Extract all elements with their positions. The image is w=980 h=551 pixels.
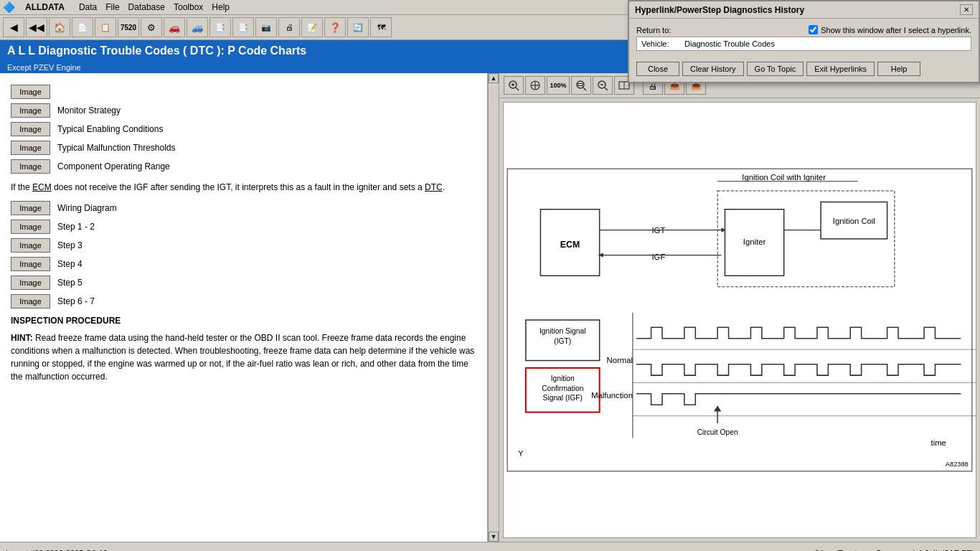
enabling-conditions-label: Typical Enabling Conditions (57, 124, 163, 134)
step3-label: Step 3 (57, 240, 83, 250)
page-title: A L L Diagnostic Trouble Codes ( DTC ): … (7, 44, 306, 57)
step4-label: Step 4 (57, 259, 83, 269)
left-panel-scrollbar[interactable]: ▲ ▼ (488, 73, 499, 542)
step6-7-btn[interactable]: Image (11, 294, 50, 309)
menu-toolbox[interactable]: Toolbox (174, 2, 203, 12)
doc2-btn[interactable]: 📑 (232, 17, 254, 37)
pan-btn[interactable] (525, 76, 545, 95)
malfunction-thresholds-label: Typical Malfunction Thresholds (57, 143, 176, 153)
note-btn[interactable]: 📝 (301, 17, 323, 37)
igf-signal-label-3: Signal (IGF) (543, 394, 583, 402)
step5-label: Step 5 (57, 278, 83, 288)
dialog-vehicle-row: Vehicle: Diagnostic Trouble Codes (636, 37, 971, 51)
image-row-5: Image Component Operating Range (11, 159, 476, 174)
dialog-close-btn[interactable]: Close (636, 62, 679, 76)
page-subtitle: Except PZEV Engine (7, 63, 81, 72)
wiring-diagram-row: Image Wiring Diagram (11, 201, 476, 215)
image-row-2: Image Monitor Strategy (11, 103, 476, 118)
menu-data[interactable]: Data (79, 2, 97, 12)
operating-range-label: Component Operating Range (57, 161, 170, 171)
dialog-help-btn[interactable]: Help (877, 62, 920, 76)
step3-btn[interactable]: Image (11, 238, 50, 253)
step4-row: Image Step 4 (11, 257, 476, 271)
help-btn[interactable]: ❓ (324, 17, 346, 37)
map-btn[interactable]: 🗺 (370, 17, 392, 37)
igt-signal-label-2: (IGT) (554, 337, 571, 345)
app-icon: 🔷 (3, 1, 15, 13)
scroll-up-btn[interactable]: ▲ (489, 73, 499, 83)
image-row-3: Image Typical Enabling Conditions (11, 122, 476, 136)
diagram-area: Ignition Coil with Igniter ECM IGT IGF (503, 102, 976, 538)
image-row-1: Image (11, 85, 476, 99)
time-label: time (931, 438, 946, 447)
image-btn-1[interactable]: Image (11, 85, 50, 99)
inspection-procedure-header: INSPECTION PROCEDURE (11, 316, 476, 326)
image-btn-2[interactable]: Image (11, 103, 50, 118)
menu-file[interactable]: File (105, 2, 119, 12)
back-btn[interactable]: ◀ (3, 17, 24, 37)
ref-label: A82388 (946, 461, 969, 468)
ecm-label: ECM (560, 240, 580, 250)
show-window-checkbox[interactable] (809, 25, 818, 34)
gear-btn[interactable]: ⚙ (141, 17, 162, 37)
vehicle-label: Vehicle: (641, 39, 684, 48)
step6-7-row: Image Step 6 - 7 (11, 294, 476, 309)
show-window-label: Show this window after I select a hyperl… (821, 26, 971, 34)
status-make: Toyota (838, 549, 861, 552)
svg-line-11 (605, 88, 608, 90)
zoom-area-btn[interactable] (571, 76, 591, 95)
zoom-out-btn[interactable] (593, 76, 613, 95)
status-model: Camry (875, 549, 898, 552)
monitor-strategy-label: Monitor Strategy (57, 105, 121, 116)
wiring-diagram-btn[interactable]: Image (11, 201, 50, 215)
dialog-exit-hyperlinks-btn[interactable]: Exit Hyperlinks (806, 62, 875, 76)
hyperlink-dialog: Hyperlink/PowerStep Diagnostics History … (628, 0, 980, 83)
igf-signal-label-2: Confirmation (542, 385, 583, 392)
status-engine: L4-2.4L (2AZ-FE) (913, 549, 974, 552)
home-btn[interactable]: 🏠 (49, 17, 70, 37)
list-btn[interactable]: 📋 (95, 17, 116, 37)
car2-btn[interactable]: 🚙 (187, 17, 208, 37)
print-btn[interactable]: 🖨 (278, 17, 300, 37)
step6-7-label: Step 6 - 7 (57, 296, 95, 306)
step5-btn[interactable]: Image (11, 276, 50, 290)
step5-row: Image Step 5 (11, 276, 476, 290)
refresh-btn[interactable]: 🔄 (347, 17, 369, 37)
back-far-btn[interactable]: ◀◀ (26, 17, 47, 37)
car1-btn[interactable]: 🚗 (164, 17, 185, 37)
step4-btn[interactable]: Image (11, 257, 50, 271)
malfunction-label: Malfunction (591, 391, 633, 400)
menu-help[interactable]: Help (212, 2, 230, 12)
step1-2-btn[interactable]: Image (11, 220, 50, 234)
svg-line-8 (583, 88, 586, 90)
image-btn-4[interactable]: Image (11, 141, 50, 155)
wiring-diagram-label: Wiring Diagram (57, 203, 117, 213)
right-panel: 100% 🖨 📤 📥 (499, 73, 980, 542)
actual-size-btn[interactable]: 100% (547, 76, 570, 95)
image-btn-3[interactable]: Image (11, 122, 50, 136)
return-to-label: Return to: (636, 26, 671, 34)
num-btn[interactable]: 7520 (118, 17, 139, 37)
y-label: Y (519, 450, 524, 458)
dialog-close-x-btn[interactable]: ✕ (960, 4, 973, 15)
scroll-down-btn[interactable]: ▼ (489, 532, 499, 542)
normal-label: Normal (607, 356, 633, 364)
page-btn[interactable]: 📄 (72, 17, 93, 37)
dialog-return-row: Return to: Show this window after I sele… (636, 25, 971, 34)
doc1-btn[interactable]: 📑 (209, 17, 231, 37)
circuit-open-label: Circuit Open (697, 428, 738, 436)
menu-database[interactable]: Database (128, 2, 165, 12)
camera-btn[interactable]: 📷 (255, 17, 277, 37)
svg-rect-9 (578, 84, 583, 86)
image-btn-5[interactable]: Image (11, 159, 50, 174)
zoom-in-btn[interactable] (504, 76, 524, 95)
igf-label: IGF (651, 253, 665, 261)
dialog-go-to-topic-btn[interactable]: Go To Topic (747, 62, 804, 76)
igf-signal-label-1: Ignition (551, 375, 575, 382)
main-area: Image Image Monitor Strategy Image Typic… (0, 73, 980, 542)
dialog-body: Return to: Show this window after I sele… (629, 19, 979, 57)
svg-line-1 (516, 88, 519, 90)
show-window-row: Show this window after I select a hyperl… (809, 25, 971, 34)
dialog-clear-history-btn[interactable]: Clear History (682, 62, 744, 76)
body-text: If the ECM does not receive the IGF afte… (11, 181, 476, 194)
